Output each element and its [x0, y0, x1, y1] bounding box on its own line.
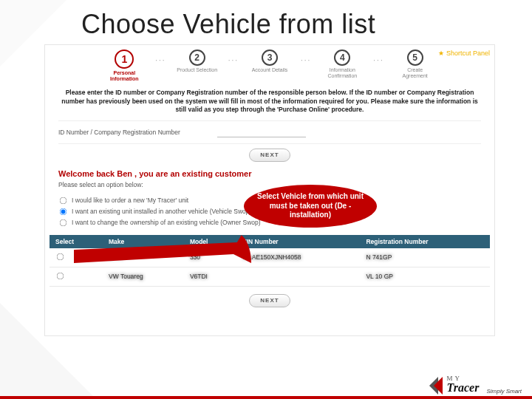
brand-tagline: Simply Smart [486, 388, 522, 395]
col-make: Make [103, 235, 184, 248]
cell-reg: VL 10 GP [360, 267, 490, 286]
table-header-row: Select Make Model VIN Number Registratio… [50, 235, 490, 248]
page-title: Choose Vehicle from list [0, 0, 532, 40]
step-separator: ··· [301, 56, 311, 64]
col-model: Model [184, 235, 236, 248]
shortcut-panel-link[interactable]: ★ Shortcut Panel [438, 50, 490, 57]
vehicle-table: Select Make Model VIN Number Registratio… [50, 235, 490, 287]
welcome-message: Welcome back Ben , you are an existing c… [45, 166, 494, 178]
cell-reg: N 741GP [360, 248, 490, 267]
step-5: 5Create Agreement [395, 50, 436, 81]
option-vehicle-swop[interactable]: I want an existing unit installed in ano… [58, 207, 481, 216]
stepper: 1Personal Information ··· 2Product Selec… [45, 50, 494, 81]
id-number-row: ID Number / Company Registration Number [45, 123, 494, 142]
brand-logo: MY Tracer Simply Smart [434, 377, 522, 395]
step-separator: ··· [155, 56, 166, 64]
step-2: 2Product Selection [177, 50, 218, 81]
col-select: Select [50, 235, 103, 248]
cell-make: VW Touareg [103, 267, 184, 286]
instructions: Please enter the ID number or Company Re… [45, 81, 494, 118]
id-number-label: ID Number / Company Registration Number [58, 129, 180, 136]
next-button-bottom[interactable]: NEXT [249, 294, 290, 307]
vehicle-select-radio[interactable] [57, 253, 64, 260]
option-owner-swop[interactable]: I want to change the ownership of an exi… [58, 218, 481, 228]
next-button[interactable]: NEXT [249, 149, 290, 162]
divider [58, 143, 481, 144]
option-radio[interactable] [60, 208, 67, 215]
vehicle-select-radio[interactable] [57, 272, 64, 279]
star-icon: ★ [438, 50, 444, 57]
main-panel: ★ Shortcut Panel 1Personal Information ·… [44, 44, 495, 336]
cell-make: BMW [103, 248, 184, 267]
cell-model: V6TDI [184, 267, 236, 286]
step-separator: ··· [373, 56, 383, 64]
step-separator: ··· [228, 56, 239, 64]
chevron-icon [434, 377, 443, 395]
option-new-unit[interactable]: I would like to order a new 'My Tracer' … [58, 196, 481, 205]
table-row: BMW 330 W1AE150XJNH4058 N 741GP [50, 248, 490, 267]
step-4: 4Information Confirmation [321, 50, 363, 81]
options-group: I would like to order a new 'My Tracer' … [45, 196, 494, 228]
cell-vin [236, 267, 360, 286]
option-radio[interactable] [60, 219, 67, 226]
footer-bar [0, 396, 532, 399]
brand-text: MY Tracer [447, 377, 480, 394]
cell-model: 330 [184, 248, 236, 267]
sub-welcome: Please select an option below: [45, 178, 494, 194]
step-1: 1Personal Information [103, 50, 145, 81]
col-reg: Registration Number [360, 235, 490, 248]
option-radio[interactable] [60, 197, 67, 204]
id-number-input[interactable] [217, 127, 306, 137]
table-row: VW Touareg V6TDI VL 10 GP [50, 267, 490, 286]
divider [58, 120, 481, 121]
col-vin: VIN Number [236, 235, 360, 248]
cell-vin: W1AE150XJNH4058 [236, 248, 360, 267]
step-3: 3Account Details [249, 50, 290, 81]
